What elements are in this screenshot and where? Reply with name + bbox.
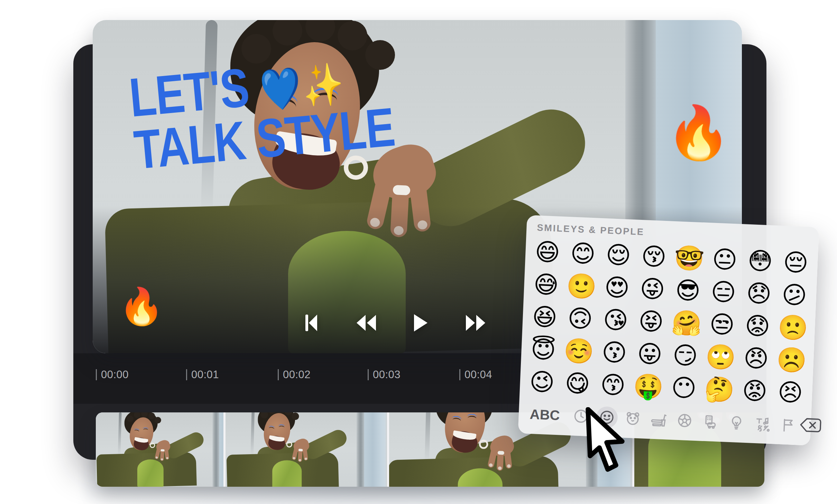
flags-category-button[interactable] xyxy=(777,414,800,436)
emoji-option[interactable]: 😏 xyxy=(667,338,703,372)
symbols-icon xyxy=(754,416,771,432)
backspace-icon xyxy=(799,416,822,435)
fast-forward-button[interactable] xyxy=(465,314,487,332)
emoji-option[interactable]: 😆 xyxy=(526,300,563,334)
emoji-option[interactable]: 🤑 xyxy=(630,370,666,403)
backspace-key[interactable] xyxy=(799,416,822,435)
emoji-option[interactable]: 🙁 xyxy=(774,310,811,344)
emoji-category-header: SMILEYS & PEOPLE xyxy=(537,222,645,237)
emoji-option[interactable]: 😐 xyxy=(706,243,743,277)
emoji-option[interactable]: 😙 xyxy=(595,368,631,402)
emoji-option[interactable]: 🤓 xyxy=(671,241,708,275)
lightbulb-icon xyxy=(728,414,745,431)
play-button[interactable] xyxy=(412,313,429,333)
symbols-category-button[interactable] xyxy=(751,413,774,435)
emoji-grid: 😄 😊 😌 😚 🤓 😐 😳 😔 😅 🙂 😍 😜 😎 😑 😞 😕 😆 🙃 😘 😝 … xyxy=(524,235,814,409)
flag-icon xyxy=(780,417,797,433)
emoji-option[interactable]: 😗 xyxy=(596,336,633,370)
emoji-option[interactable]: 🙂 xyxy=(563,269,600,303)
emoji-option[interactable]: 😎 xyxy=(670,274,706,308)
timeline-timestamp: 00:03 xyxy=(368,368,401,381)
timeline-timestamp: 00:01 xyxy=(186,368,219,381)
fire-emoji-sticker[interactable]: 🔥 xyxy=(119,288,164,324)
emoji-option[interactable]: 🤔 xyxy=(701,373,738,407)
emoji-option[interactable]: 🙄 xyxy=(702,340,739,374)
timeline-timestamp: 00:04 xyxy=(459,368,492,381)
timeline-timestamp: 00:00 xyxy=(96,368,129,381)
rewind-button[interactable] xyxy=(355,314,377,332)
skip-to-start-button[interactable] xyxy=(304,313,318,333)
food-category-button[interactable] xyxy=(647,408,670,431)
emoji-option[interactable]: 😇 xyxy=(525,333,562,366)
emoji-option[interactable]: 😒 xyxy=(703,308,740,342)
travel-category-button[interactable] xyxy=(699,410,722,433)
activities-category-button[interactable] xyxy=(673,409,696,432)
emoji-option[interactable]: 🤗 xyxy=(668,306,705,340)
food-drink-icon xyxy=(650,411,667,428)
emoji-option[interactable]: ☹️ xyxy=(773,343,810,377)
timeline-timestamp: 00:02 xyxy=(278,368,311,381)
emoji-option[interactable]: 😑 xyxy=(705,275,742,309)
emoji-option[interactable]: 😊 xyxy=(564,237,601,271)
emoji-option[interactable]: 😅 xyxy=(528,268,564,301)
emoji-option[interactable]: 😜 xyxy=(634,272,671,306)
emoji-option[interactable]: ☺️ xyxy=(560,334,597,368)
emoji-picker-panel: SMILEYS & PEOPLE 😄 😊 😌 😚 🤓 😐 😳 😔 😅 🙂 😍 😜… xyxy=(518,215,819,446)
emoji-option[interactable]: 😚 xyxy=(635,240,672,273)
mouse-cursor xyxy=(584,407,636,481)
emoji-option[interactable]: 😶 xyxy=(665,371,702,405)
emoji-option[interactable]: 😄 xyxy=(529,235,566,269)
emoji-option[interactable]: 😉 xyxy=(524,365,560,399)
emoji-option[interactable]: 😘 xyxy=(597,303,634,337)
emoji-option[interactable]: 🙃 xyxy=(562,302,598,336)
emoji-option[interactable]: 😠 xyxy=(738,342,774,375)
page: 00:00 00:01 00:02 00:03 00:04 LET'S 💙✨ T… xyxy=(0,0,837,504)
emoji-option[interactable]: 😝 xyxy=(633,305,669,338)
emoji-option[interactable]: 😛 xyxy=(631,337,668,371)
emoji-option[interactable]: 😳 xyxy=(742,244,779,278)
emoji-option[interactable]: 😔 xyxy=(777,246,814,280)
emoji-option[interactable]: 😕 xyxy=(776,278,812,312)
objects-category-button[interactable] xyxy=(725,412,748,434)
fire-emoji-sticker[interactable]: 🔥 xyxy=(666,106,731,158)
emoji-option[interactable]: 😣 xyxy=(772,375,809,409)
emoji-option[interactable]: 😍 xyxy=(599,271,635,305)
emoji-option[interactable]: 😋 xyxy=(559,366,596,400)
emoji-option[interactable]: 😌 xyxy=(600,238,637,272)
filmstrip-clip[interactable] xyxy=(96,412,223,487)
emoji-option[interactable]: 😡 xyxy=(736,374,773,408)
abc-keyboard-button[interactable]: ABC xyxy=(530,406,560,423)
buildings-car-icon xyxy=(702,413,719,430)
soccer-ball-icon xyxy=(676,412,693,429)
filmstrip-clip[interactable] xyxy=(226,412,387,487)
emoji-option[interactable]: 😞 xyxy=(741,277,777,310)
emoji-option[interactable]: 😟 xyxy=(739,309,776,343)
